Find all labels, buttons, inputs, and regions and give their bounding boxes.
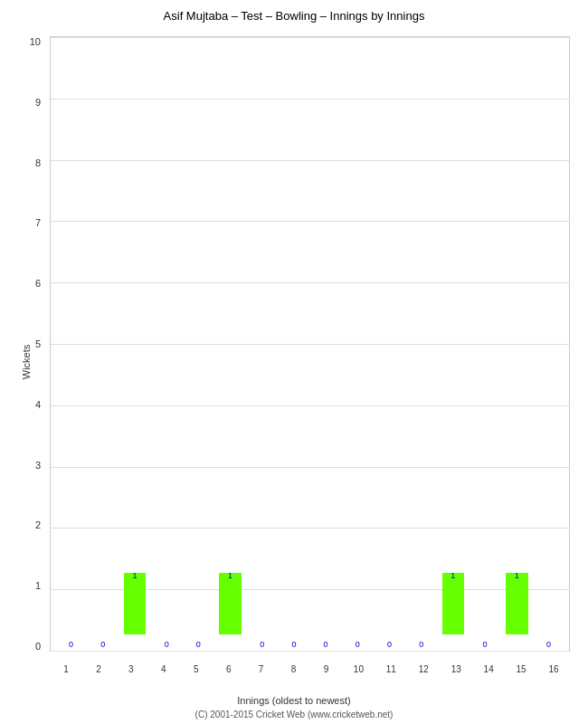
bar-zero-label: 0 — [165, 640, 169, 649]
bar-zero-label: 0 — [546, 640, 551, 649]
bar-zero-label: 0 — [100, 640, 105, 649]
bar-column: 0 — [533, 37, 564, 651]
y-axis-labels: 109876543210 — [0, 36, 45, 652]
x-axis-value: 16 — [540, 664, 567, 674]
bar-column: 0 — [310, 37, 342, 651]
bar-column: 0 — [374, 37, 405, 651]
chart-area: 0010010000001010 — [50, 36, 570, 652]
bar — [124, 573, 147, 634]
x-axis-value: 5 — [183, 664, 210, 674]
bar-zero-label: 0 — [483, 640, 488, 649]
bar-zero-label: 0 — [419, 640, 423, 649]
bar-column: 1 — [437, 37, 469, 651]
x-axis-value: 11 — [377, 664, 404, 674]
x-axis-value: 1 — [52, 664, 80, 674]
bar-column: 0 — [469, 37, 500, 651]
bar-column: 0 — [246, 37, 278, 651]
bar-column: 1 — [214, 37, 246, 651]
y-axis-value: 5 — [35, 338, 41, 349]
y-axis-value: 10 — [30, 36, 41, 47]
bar-value-above: 1 — [515, 571, 519, 580]
x-axis-value: 6 — [215, 664, 242, 674]
x-axis-value: 2 — [85, 664, 112, 674]
bar-zero-label: 0 — [387, 640, 392, 649]
bar — [219, 573, 242, 634]
x-axis-labels: 12345678910111213141516 — [50, 664, 570, 674]
y-axis-value: 9 — [35, 97, 41, 108]
bar-column: 0 — [151, 37, 183, 651]
bar-zero-label: 0 — [260, 640, 264, 649]
x-axis-value: 7 — [248, 664, 275, 674]
x-axis-value: 9 — [312, 664, 339, 674]
chart-container: Asif Mujtaba – Test – Bowling – Innings … — [0, 0, 588, 724]
x-axis-value: 15 — [507, 664, 535, 674]
bar-column: 0 — [405, 37, 437, 651]
x-axis-value: 10 — [345, 664, 372, 674]
bar — [506, 573, 528, 634]
chart-title: Asif Mujtaba – Test – Bowling – Innings … — [0, 0, 588, 27]
y-axis-value: 6 — [35, 278, 41, 289]
x-axis-value: 8 — [280, 664, 308, 674]
x-axis-value: 13 — [442, 664, 469, 674]
bar-column: 0 — [87, 37, 119, 651]
bar-column: 1 — [119, 37, 150, 651]
bar-column: 0 — [342, 37, 374, 651]
bar-column: 0 — [278, 37, 309, 651]
bar-zero-label: 0 — [324, 640, 328, 649]
bar — [442, 573, 465, 634]
x-axis-value: 3 — [118, 664, 145, 674]
y-axis-value: 3 — [35, 460, 41, 471]
y-axis-value: 2 — [35, 519, 41, 530]
y-axis-value: 4 — [35, 399, 41, 410]
y-axis-value: 7 — [35, 217, 41, 228]
grid-line — [51, 651, 569, 652]
bar-column: 0 — [183, 37, 214, 651]
y-axis-value: 1 — [35, 580, 41, 591]
bar-zero-label: 0 — [291, 640, 296, 649]
bars-area: 0010010000001010 — [51, 37, 569, 651]
y-axis-value: 0 — [35, 641, 41, 652]
x-axis-value: 12 — [410, 664, 437, 674]
x-axis-value: 4 — [150, 664, 177, 674]
footer: (C) 2001-2015 Cricket Web (www.cricketwe… — [0, 710, 588, 719]
bar-value-above: 1 — [450, 571, 455, 580]
bar-zero-label: 0 — [69, 640, 73, 649]
bar-value-above: 1 — [132, 571, 137, 580]
bar-column: 0 — [55, 37, 87, 651]
y-axis-value: 8 — [35, 157, 41, 168]
x-axis-value: 14 — [475, 664, 502, 674]
bar-zero-label: 0 — [356, 640, 360, 649]
bar-column: 1 — [501, 37, 533, 651]
x-axis-title: Innings (oldest to newest) — [0, 695, 588, 706]
bar-value-above: 1 — [228, 571, 232, 580]
bar-zero-label: 0 — [196, 640, 201, 649]
